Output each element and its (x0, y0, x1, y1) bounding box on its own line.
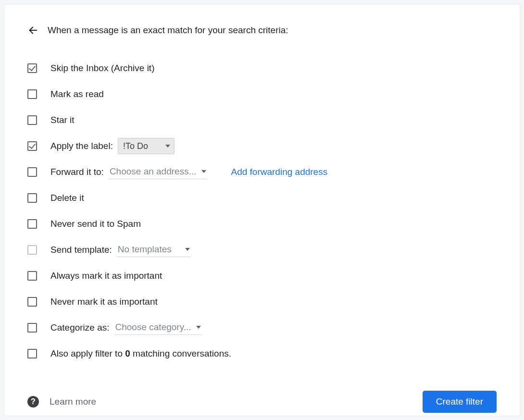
checkbox-delete-it[interactable] (27, 193, 37, 203)
forward-wrap: Forward it to: Choose an address... Add … (50, 165, 327, 179)
checkbox-apply-label[interactable] (27, 141, 37, 151)
arrow-left-icon (28, 25, 38, 36)
select-send-template[interactable]: No templates (117, 243, 191, 257)
option-delete-it: Delete it (27, 185, 497, 211)
select-apply-label-value: !To Do (123, 141, 148, 151)
label-apply-existing: Also apply filter to 0 matching conversa… (50, 348, 231, 359)
label-skip-inbox: Skip the Inbox (Archive it) (50, 63, 154, 74)
checkbox-mark-read[interactable] (27, 89, 37, 99)
checkbox-apply-existing[interactable] (27, 349, 37, 358)
label-delete-it: Delete it (50, 193, 84, 203)
option-always-important: Always mark it as important (27, 263, 497, 289)
option-categorize: Categorize as: Choose category... (27, 315, 497, 341)
apply-existing-prefix: Also apply filter to (50, 348, 125, 358)
help-section: ? Learn more (27, 396, 96, 408)
option-skip-inbox: Skip the Inbox (Archive it) (27, 55, 497, 81)
label-categorize: Categorize as: (50, 322, 110, 333)
help-icon[interactable]: ? (27, 396, 39, 408)
learn-more-link[interactable]: Learn more (50, 396, 96, 407)
checkbox-forward[interactable] (27, 167, 37, 177)
select-send-template-value: No templates (118, 244, 180, 255)
apply-existing-suffix: matching conversations. (130, 348, 231, 358)
option-mark-read: Mark as read (27, 81, 497, 107)
select-categorize[interactable]: Choose category... (114, 321, 202, 335)
caret-down-icon (165, 145, 170, 148)
label-never-important: Never mark it as important (50, 296, 158, 307)
panel-title: When a message is an exact match for you… (48, 25, 288, 36)
select-forward-address[interactable]: Choose an address... (109, 165, 207, 179)
option-send-template: Send template: No templates (27, 237, 497, 263)
add-forwarding-link[interactable]: Add forwarding address (231, 167, 328, 177)
label-star-it: Star it (50, 115, 75, 125)
checkbox-star-it[interactable] (27, 115, 37, 125)
filter-actions-panel: When a message is an exact match for you… (4, 4, 520, 416)
label-send-template: Send template: (50, 245, 112, 255)
checkbox-send-template (27, 245, 37, 255)
checkbox-never-spam[interactable] (27, 219, 37, 229)
caret-down-icon (201, 170, 206, 173)
create-filter-button[interactable]: Create filter (423, 391, 497, 413)
send-template-wrap: Send template: No templates (50, 243, 191, 257)
option-apply-label: Apply the label: !To Do (27, 133, 497, 159)
label-always-important: Always mark it as important (50, 271, 162, 281)
categorize-wrap: Categorize as: Choose category... (50, 321, 202, 335)
caret-down-icon (185, 248, 190, 251)
checkbox-skip-inbox[interactable] (27, 63, 37, 73)
apply-existing-count: 0 (125, 348, 130, 358)
option-forward: Forward it to: Choose an address... Add … (27, 159, 497, 185)
option-never-important: Never mark it as important (27, 289, 497, 315)
label-apply-label: Apply the label: (50, 141, 113, 151)
select-apply-label[interactable]: !To Do (118, 138, 175, 154)
label-forward: Forward it to: (50, 167, 104, 177)
label-never-spam: Never send it to Spam (50, 219, 141, 229)
option-never-spam: Never send it to Spam (27, 211, 497, 237)
back-button[interactable] (27, 25, 39, 36)
select-categorize-value: Choose category... (115, 322, 191, 333)
panel-header: When a message is an exact match for you… (27, 25, 497, 36)
select-forward-value: Choose an address... (110, 166, 197, 177)
apply-label-wrap: Apply the label: !To Do (50, 138, 175, 154)
panel-footer: ? Learn more Create filter (27, 391, 497, 413)
option-star-it: Star it (27, 107, 497, 133)
options-list: Skip the Inbox (Archive it) Mark as read… (27, 55, 497, 367)
option-apply-existing: Also apply filter to 0 matching conversa… (27, 341, 497, 367)
checkbox-categorize[interactable] (27, 323, 37, 333)
checkbox-always-important[interactable] (27, 271, 37, 281)
checkbox-never-important[interactable] (27, 297, 37, 307)
label-mark-read: Mark as read (50, 89, 104, 99)
caret-down-icon (196, 326, 201, 329)
